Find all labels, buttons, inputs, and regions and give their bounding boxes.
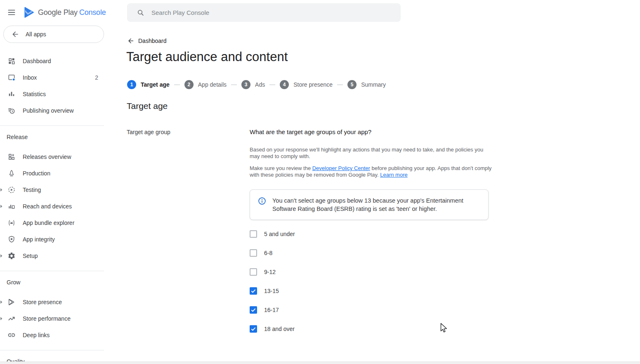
expand-chevron-icon[interactable] xyxy=(0,300,3,304)
step-label: Target age xyxy=(141,81,170,88)
page-title: Target audience and content xyxy=(126,50,288,64)
sidebar-item-label: Testing xyxy=(23,187,41,193)
sidebar-item-store-presence[interactable]: Store presence xyxy=(0,294,104,310)
store-performance-icon xyxy=(7,314,16,323)
sidebar-item-statistics[interactable]: Statistics xyxy=(0,86,104,102)
sidebar-item-publishing-overview[interactable]: Publishing overview xyxy=(0,102,104,119)
age-group-row-9-12[interactable]: 9-12 xyxy=(250,268,497,276)
sidebar-section-items: Releases overviewProductionTestingReach … xyxy=(0,149,104,264)
stepper-step-app-details[interactable]: 2App details xyxy=(184,80,227,89)
target-age-group-label: Target age group xyxy=(127,129,170,135)
testing-icon xyxy=(7,186,16,194)
checkbox-18-and-over[interactable] xyxy=(250,325,257,333)
dashboard-icon xyxy=(7,57,16,65)
app-integrity-icon xyxy=(7,235,16,243)
back-arrow-icon xyxy=(127,37,135,45)
stepper-separator xyxy=(269,85,275,85)
store-presence-icon xyxy=(7,298,16,306)
checkbox-16-17[interactable] xyxy=(250,306,257,314)
policy-text-before: Make sure you review the xyxy=(250,165,312,171)
stepper-separator xyxy=(337,85,343,85)
age-group-label: 9-12 xyxy=(264,269,276,275)
inbox-unread-count: 2 xyxy=(95,74,98,81)
age-group-row-5-and-under[interactable]: 5 and under xyxy=(250,230,497,238)
sidebar-section-grow: Grow xyxy=(0,278,104,287)
breadcrumb-label: Dashboard xyxy=(138,38,167,44)
age-group-label: 18 and over xyxy=(264,326,295,332)
age-groups-question: What are the target age groups of your a… xyxy=(250,128,497,135)
stepper-step-ads[interactable]: 3Ads xyxy=(241,80,265,89)
age-group-row-13-15[interactable]: 13-15 xyxy=(250,287,497,295)
age-group-label: 5 and under xyxy=(264,231,295,237)
age-group-row-6-8[interactable]: 6-8 xyxy=(250,249,497,257)
age-group-row-16-17[interactable]: 16-17 xyxy=(250,306,497,314)
step-label: Store presence xyxy=(293,81,333,88)
expand-chevron-icon[interactable] xyxy=(0,317,3,321)
sidebar-item-app-integrity[interactable]: App integrity xyxy=(0,231,104,248)
expand-chevron-icon[interactable] xyxy=(0,204,3,208)
sidebar-item-production[interactable]: Production xyxy=(0,165,104,182)
stepper-step-store-presence[interactable]: 4Store presence xyxy=(280,80,333,89)
age-group-row-18-and-over[interactable]: 18 and over xyxy=(250,325,497,333)
releases-overview-icon xyxy=(7,153,16,161)
statistics-icon xyxy=(7,90,16,98)
sidebar-item-inbox[interactable]: Inbox2 xyxy=(0,69,104,86)
play-logo-icon xyxy=(22,6,35,19)
age-group-label: 16-17 xyxy=(264,307,279,313)
step-number-badge: 1 xyxy=(127,80,136,89)
checkbox-6-8[interactable] xyxy=(250,249,257,257)
sidebar-item-label: App bundle explorer xyxy=(23,220,74,226)
sidebar-divider xyxy=(0,350,104,350)
sidebar-item-app-bundle-explorer[interactable]: App bundle explorer xyxy=(0,215,104,231)
hamburger-menu-icon[interactable] xyxy=(7,8,16,17)
sidebar-item-reach-and-devices[interactable]: Reach and devices xyxy=(0,198,104,215)
sidebar-item-dashboard[interactable]: Dashboard xyxy=(0,53,104,69)
sidebar: Google PlayConsole All apps DashboardInb… xyxy=(0,0,104,364)
checkbox-9-12[interactable] xyxy=(250,268,257,276)
step-number-badge: 3 xyxy=(241,80,250,89)
sidebar-item-label: App integrity xyxy=(23,236,55,243)
target-age-form: What are the target age groups of your a… xyxy=(250,128,497,344)
learn-more-link[interactable]: Learn more xyxy=(380,172,407,178)
sidebar-item-setup[interactable]: Setup xyxy=(0,248,104,264)
step-label: App details xyxy=(198,81,227,88)
sidebar-item-label: Setup xyxy=(23,253,38,259)
search-input[interactable] xyxy=(151,9,401,17)
section-title: Target age xyxy=(127,101,168,111)
horizontal-scrollbar[interactable] xyxy=(0,362,640,364)
setup-icon xyxy=(7,252,16,260)
age-group-label: 13-15 xyxy=(264,288,279,294)
sidebar-section-release: Release xyxy=(0,132,104,142)
age-group-label: 6-8 xyxy=(264,250,272,256)
checkbox-5-and-under[interactable] xyxy=(250,230,257,238)
stepper-step-summary[interactable]: 5Summary xyxy=(347,80,386,89)
search-bar xyxy=(127,3,401,22)
expand-chevron-icon[interactable] xyxy=(0,254,3,258)
sidebar-item-label: Deep links xyxy=(23,332,50,338)
step-label: Ads xyxy=(255,81,265,88)
breadcrumb-back[interactable]: Dashboard xyxy=(127,37,167,45)
sidebar-item-store-performance[interactable]: Store performance xyxy=(0,310,104,327)
age-group-checkbox-list: 5 and under6-89-1213-1516-1718 and over xyxy=(250,230,497,333)
info-icon xyxy=(257,196,267,206)
sidebar-item-label: Statistics xyxy=(23,91,46,97)
play-console-window: Google PlayConsole All apps DashboardInb… xyxy=(0,0,640,364)
sidebar-item-testing[interactable]: Testing xyxy=(0,182,104,198)
sidebar-item-label: Publishing overview xyxy=(23,107,74,114)
description-paragraph: Based on your response we'll highlight a… xyxy=(250,147,494,160)
sidebar-section-items: Store presenceStore performanceDeep link… xyxy=(0,294,104,343)
stepper-step-target-age[interactable]: 1Target age xyxy=(127,80,170,89)
sidebar-item-label: Store presence xyxy=(23,299,62,305)
sidebar-item-label: Dashboard xyxy=(23,58,51,64)
sidebar-item-releases-overview[interactable]: Releases overview xyxy=(0,149,104,165)
sidebar-item-deep-links[interactable]: Deep links xyxy=(0,327,104,343)
checkbox-13-15[interactable] xyxy=(250,287,257,295)
all-apps-button[interactable]: All apps xyxy=(3,26,104,43)
expand-chevron-icon[interactable] xyxy=(0,188,3,192)
stepper-separator xyxy=(174,85,180,85)
stepper-separator xyxy=(231,85,237,85)
developer-policy-center-link[interactable]: Developer Policy Center xyxy=(312,165,370,171)
all-apps-label: All apps xyxy=(26,31,46,38)
sidebar-topbar: Google PlayConsole xyxy=(0,0,104,25)
reach-and-devices-icon xyxy=(7,202,16,210)
